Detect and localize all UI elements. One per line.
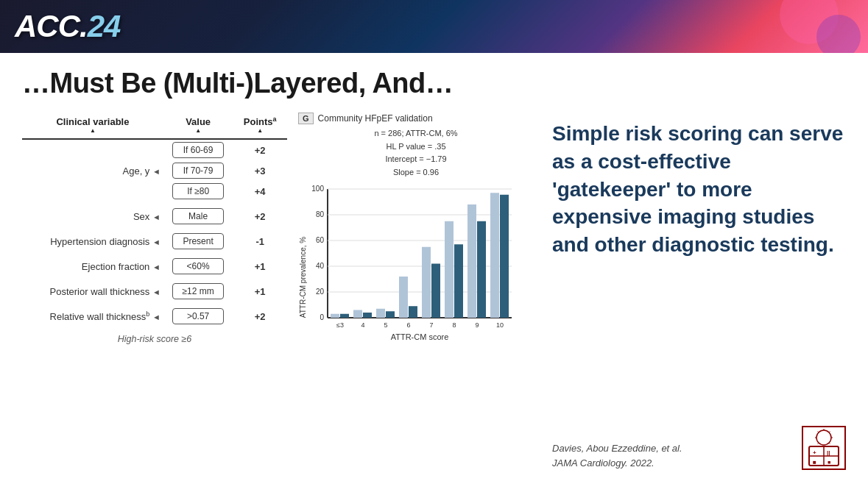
content-row: Clinical variable▲ Value▲ Pointsa▲ xyxy=(22,113,846,470)
htn-label: Hypertension diagnosis ◄ xyxy=(22,231,163,252)
clinical-table: Clinical variable▲ Value▲ Pointsa▲ xyxy=(22,113,287,327)
institution-logo: + || ■ ■ xyxy=(802,426,846,470)
logo-acc: ACC. xyxy=(15,9,88,43)
chart-title-box: G Community HFpEF validation xyxy=(298,113,534,124)
htn-points: -1 xyxy=(233,231,287,252)
chart-title: Community HFpEF validation xyxy=(318,113,433,124)
svg-rect-27 xyxy=(431,264,440,318)
age-value-3: If ≥80 xyxy=(163,181,233,202)
sex-label: Sex ◄ xyxy=(22,206,163,227)
chart-section: G Community HFpEF validation n = 286; AT… xyxy=(298,113,534,470)
svg-text:||: || xyxy=(827,449,830,456)
svg-text:■: ■ xyxy=(828,460,830,465)
header-banner: ACC.24 xyxy=(0,0,868,53)
svg-line-41 xyxy=(829,432,830,433)
citation-text: Davies, Abou Ezzeddine, et al. JAMA Card… xyxy=(552,441,682,470)
svg-rect-29 xyxy=(445,221,454,318)
svg-line-43 xyxy=(829,443,830,444)
svg-text:+: + xyxy=(813,449,816,456)
text-section: Simple risk scoring can serve as a cost-… xyxy=(545,113,846,470)
table-row: Ejection fraction ◄ <60% +1 xyxy=(22,256,287,277)
svg-text:60: 60 xyxy=(316,236,325,244)
svg-rect-14 xyxy=(331,314,339,318)
svg-rect-23 xyxy=(399,277,408,318)
main-content: …Must Be (Multi-)Layered, And… Clinical … xyxy=(0,53,868,481)
chart-stats: n = 286; ATTR-CM, 6% HL P value = .35 In… xyxy=(298,127,534,179)
svg-text:8: 8 xyxy=(452,321,456,329)
svg-text:9: 9 xyxy=(475,321,479,329)
slide-container: ACC.24 …Must Be (Multi-)Layered, And… Cl… xyxy=(0,0,868,481)
chart-label: G xyxy=(298,113,314,124)
svg-rect-35 xyxy=(490,193,499,318)
svg-line-44 xyxy=(818,432,819,433)
table-row: Relative wall thicknessb ◄ >0.57 +2 xyxy=(22,306,287,327)
age-points-1: +2 xyxy=(233,139,287,160)
age-points-2: +3 xyxy=(233,160,287,181)
table-row: Sex ◄ Male +2 xyxy=(22,206,287,227)
pwt-value: ≥12 mm xyxy=(163,281,233,302)
table-row: Age, y ◄ If 60-69 +2 xyxy=(22,139,287,160)
ef-points: +1 xyxy=(233,256,287,277)
table-section: Clinical variable▲ Value▲ Pointsa▲ xyxy=(22,113,287,470)
svg-rect-20 xyxy=(376,309,385,318)
svg-rect-17 xyxy=(353,310,362,318)
citation-row: Davies, Abou Ezzeddine, et al. JAMA Card… xyxy=(552,426,846,470)
col-header-points: Pointsa▲ xyxy=(233,113,287,139)
bar-chart-svg: 0 20 40 60 80 100 ATTR-CM prevalenc xyxy=(298,182,519,351)
svg-text:ATTR-CM prevalence, %: ATTR-CM prevalence, % xyxy=(299,237,307,318)
slide-title: …Must Be (Multi-)Layered, And… xyxy=(22,68,846,99)
logo-year: 24 xyxy=(88,9,121,43)
age-label: Age, y ◄ xyxy=(22,139,163,202)
svg-text:5: 5 xyxy=(384,321,387,329)
svg-text:80: 80 xyxy=(316,210,325,218)
svg-rect-15 xyxy=(340,314,349,318)
high-risk-note: High-risk score ≥6 xyxy=(22,334,287,344)
pwt-label: Posterior wall thickness ◄ xyxy=(22,281,163,302)
col-header-value: Value▲ xyxy=(163,113,233,139)
ef-value: <60% xyxy=(163,256,233,277)
svg-text:≤3: ≤3 xyxy=(336,321,344,329)
logo-svg: + || ■ ■ xyxy=(803,427,844,468)
svg-text:ATTR-CM score: ATTR-CM score xyxy=(391,332,449,341)
svg-text:4: 4 xyxy=(361,321,364,329)
svg-text:20: 20 xyxy=(316,288,325,296)
rwt-points: +2 xyxy=(233,306,287,327)
table-row: Posterior wall thickness ◄ ≥12 mm +1 xyxy=(22,281,287,302)
age-points-3: +4 xyxy=(233,181,287,202)
table-row: Hypertension diagnosis ◄ Present -1 xyxy=(22,231,287,252)
rwt-label: Relative wall thicknessb ◄ xyxy=(22,306,163,327)
sex-value: Male xyxy=(163,206,233,227)
svg-text:100: 100 xyxy=(311,185,324,193)
svg-text:■: ■ xyxy=(813,459,816,466)
svg-text:0: 0 xyxy=(320,313,324,321)
age-value-2: If 70-79 xyxy=(163,160,233,181)
svg-rect-30 xyxy=(454,245,463,318)
svg-text:7: 7 xyxy=(429,321,433,329)
svg-line-46 xyxy=(818,443,819,444)
svg-rect-33 xyxy=(477,221,486,318)
svg-text:10: 10 xyxy=(496,321,504,329)
svg-rect-24 xyxy=(409,307,417,318)
acc-logo: ACC.24 xyxy=(15,9,120,44)
htn-value: Present xyxy=(163,231,233,252)
ef-label: Ejection fraction ◄ xyxy=(22,256,163,277)
svg-rect-21 xyxy=(386,312,395,318)
pwt-points: +1 xyxy=(233,281,287,302)
rwt-value: >0.57 xyxy=(163,306,233,327)
age-value-1: If 60-69 xyxy=(163,139,233,160)
svg-rect-36 xyxy=(500,195,509,318)
svg-text:40: 40 xyxy=(316,262,325,270)
svg-text:6: 6 xyxy=(406,321,410,329)
col-header-variable: Clinical variable▲ xyxy=(22,113,163,139)
sex-points: +2 xyxy=(233,206,287,227)
chart-area: 0 20 40 60 80 100 ATTR-CM prevalenc xyxy=(298,182,534,470)
svg-rect-26 xyxy=(422,247,431,318)
svg-rect-32 xyxy=(467,204,476,318)
svg-rect-18 xyxy=(363,313,372,318)
main-description-text: Simple risk scoring can serve as a cost-… xyxy=(552,120,846,259)
